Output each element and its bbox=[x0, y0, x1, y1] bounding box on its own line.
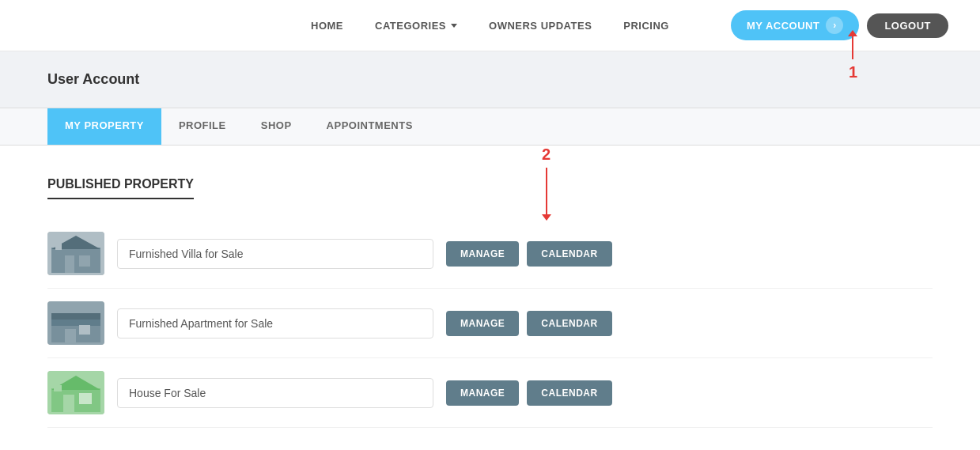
annotation-label-2: 2 bbox=[542, 146, 551, 164]
table-row: Furnished Villa for Sale MANAGE CALENDAR bbox=[47, 219, 933, 289]
chevron-down-icon bbox=[451, 24, 457, 28]
property-thumbnail bbox=[47, 301, 104, 345]
svg-rect-8 bbox=[51, 313, 100, 320]
property-image bbox=[47, 371, 104, 414]
annotation-arrow-down bbox=[546, 168, 547, 215]
svg-rect-12 bbox=[79, 325, 90, 335]
nav-links: HOME CATEGORIES OWNERS UPDATES PRICING bbox=[311, 20, 669, 32]
svg-rect-17 bbox=[79, 393, 92, 404]
property-name: Furnished Apartment for Sale bbox=[117, 308, 433, 338]
nav-pricing[interactable]: PRICING bbox=[623, 20, 669, 32]
my-account-button[interactable]: MY ACCOUNT › bbox=[731, 10, 859, 40]
svg-rect-4 bbox=[79, 255, 90, 267]
property-image bbox=[47, 232, 104, 275]
navigation: HOME CATEGORIES OWNERS UPDATES PRICING M… bbox=[0, 0, 980, 51]
main-content: 2 PUBLISHED PROPERTY Furnished Villa for… bbox=[0, 146, 980, 450]
arrow-right-icon: › bbox=[826, 17, 843, 34]
user-account-title: User Account bbox=[47, 71, 139, 87]
property-image bbox=[47, 301, 104, 345]
calendar-button[interactable]: CALENDAR bbox=[527, 311, 611, 336]
tab-appointments[interactable]: APPOINTMENTS bbox=[309, 108, 430, 145]
property-thumbnail bbox=[47, 232, 104, 275]
svg-rect-3 bbox=[65, 255, 74, 273]
svg-rect-16 bbox=[63, 395, 74, 412]
user-account-header: User Account bbox=[0, 51, 980, 108]
tabs-bar: MY PROPERTY PROFILE SHOP APPOINTMENTS bbox=[0, 108, 980, 146]
annotation-2-container: 2 bbox=[542, 146, 551, 215]
property-actions: MANAGE CALENDAR bbox=[446, 311, 612, 336]
nav-categories[interactable]: CATEGORIES bbox=[375, 20, 457, 32]
calendar-button[interactable]: CALENDAR bbox=[527, 380, 611, 406]
svg-rect-9 bbox=[51, 320, 100, 326]
logout-button[interactable]: LOGOUT bbox=[867, 13, 948, 38]
manage-button[interactable]: MANAGE bbox=[446, 311, 519, 336]
property-name: Furnished Villa for Sale bbox=[117, 239, 433, 269]
table-row: House For Sale MANAGE CALENDAR bbox=[47, 358, 933, 428]
svg-rect-14 bbox=[51, 388, 100, 412]
property-thumbnail bbox=[47, 371, 104, 414]
table-row: Furnished Apartment for Sale MANAGE CALE… bbox=[47, 289, 933, 358]
svg-rect-5 bbox=[55, 244, 62, 250]
tab-profile[interactable]: PROFILE bbox=[161, 108, 244, 145]
svg-rect-18 bbox=[54, 385, 62, 391]
property-actions: MANAGE CALENDAR bbox=[446, 380, 612, 406]
property-actions: MANAGE CALENDAR bbox=[446, 241, 612, 267]
nav-owners-updates[interactable]: OWNERS UPDATES bbox=[489, 20, 592, 32]
published-property-title: PUBLISHED PROPERTY bbox=[47, 177, 194, 199]
nav-right-actions: MY ACCOUNT › LOGOUT bbox=[731, 10, 948, 40]
tab-shop[interactable]: SHOP bbox=[244, 108, 309, 145]
calendar-button[interactable]: CALENDAR bbox=[527, 241, 611, 267]
svg-rect-11 bbox=[65, 329, 76, 342]
manage-button[interactable]: MANAGE bbox=[446, 380, 519, 406]
tab-my-property[interactable]: MY PROPERTY bbox=[47, 108, 161, 145]
property-list: Furnished Villa for Sale MANAGE CALENDAR bbox=[47, 219, 933, 428]
svg-rect-1 bbox=[51, 248, 100, 273]
nav-home[interactable]: HOME bbox=[311, 20, 343, 32]
manage-button[interactable]: MANAGE bbox=[446, 241, 519, 267]
property-name: House For Sale bbox=[117, 378, 433, 408]
